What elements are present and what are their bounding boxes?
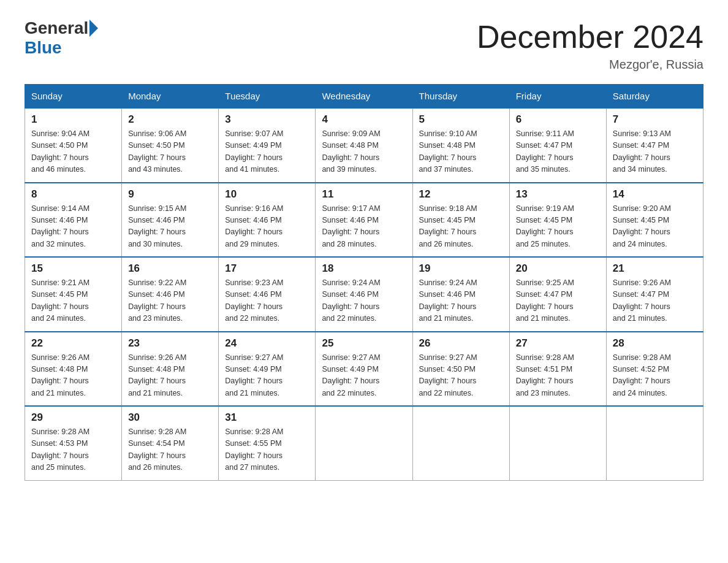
calendar-cell: 20Sunrise: 9:25 AMSunset: 4:47 PMDayligh… [509, 257, 606, 332]
calendar-cell: 31Sunrise: 9:28 AMSunset: 4:55 PMDayligh… [219, 406, 316, 480]
calendar-cell: 7Sunrise: 9:13 AMSunset: 4:47 PMDaylight… [606, 108, 703, 183]
day-info: Sunrise: 9:07 AMSunset: 4:49 PMDaylight:… [225, 128, 309, 176]
calendar-cell: 24Sunrise: 9:27 AMSunset: 4:49 PMDayligh… [219, 332, 316, 407]
day-info: Sunrise: 9:14 AMSunset: 4:46 PMDaylight:… [31, 203, 115, 251]
day-info: Sunrise: 9:16 AMSunset: 4:46 PMDaylight:… [225, 203, 309, 251]
day-number: 6 [516, 113, 600, 126]
day-info: Sunrise: 9:28 AMSunset: 4:53 PMDaylight:… [31, 426, 115, 474]
day-number: 23 [128, 337, 212, 350]
calendar-cell: 1Sunrise: 9:04 AMSunset: 4:50 PMDaylight… [25, 108, 122, 183]
location: Mezgor'e, Russia [477, 58, 703, 72]
day-number: 16 [128, 262, 212, 275]
calendar-cell: 21Sunrise: 9:26 AMSunset: 4:47 PMDayligh… [606, 257, 703, 332]
day-number: 18 [322, 262, 406, 275]
day-number: 8 [31, 188, 115, 201]
calendar-cell: 22Sunrise: 9:26 AMSunset: 4:48 PMDayligh… [25, 332, 122, 407]
calendar-cell: 15Sunrise: 9:21 AMSunset: 4:45 PMDayligh… [25, 257, 122, 332]
month-title: December 2024 [477, 18, 703, 55]
day-number: 29 [31, 412, 115, 424]
day-info: Sunrise: 9:24 AMSunset: 4:46 PMDaylight:… [322, 277, 406, 325]
day-number: 24 [225, 337, 309, 350]
calendar-cell: 11Sunrise: 9:17 AMSunset: 4:46 PMDayligh… [316, 183, 412, 258]
calendar-cell: 2Sunrise: 9:06 AMSunset: 4:50 PMDaylight… [122, 108, 219, 183]
calendar-cell: 18Sunrise: 9:24 AMSunset: 4:46 PMDayligh… [316, 257, 412, 332]
day-number: 4 [322, 113, 406, 126]
calendar-cell: 9Sunrise: 9:15 AMSunset: 4:46 PMDaylight… [122, 183, 219, 258]
calendar-header-wednesday: Wednesday [316, 85, 412, 109]
calendar-week-row: 15Sunrise: 9:21 AMSunset: 4:45 PMDayligh… [25, 257, 703, 332]
day-info: Sunrise: 9:10 AMSunset: 4:48 PMDaylight:… [419, 128, 503, 176]
calendar-cell: 30Sunrise: 9:28 AMSunset: 4:54 PMDayligh… [122, 406, 219, 480]
day-number: 25 [322, 337, 406, 350]
calendar-header-monday: Monday [122, 85, 219, 109]
day-info: Sunrise: 9:11 AMSunset: 4:47 PMDaylight:… [516, 128, 600, 176]
day-number: 14 [613, 188, 697, 201]
day-info: Sunrise: 9:19 AMSunset: 4:45 PMDaylight:… [516, 203, 600, 251]
calendar-cell: 26Sunrise: 9:27 AMSunset: 4:50 PMDayligh… [412, 332, 509, 407]
day-number: 7 [613, 113, 697, 126]
day-number: 27 [516, 337, 600, 350]
calendar-cell: 13Sunrise: 9:19 AMSunset: 4:45 PMDayligh… [509, 183, 606, 258]
day-number: 5 [419, 113, 503, 126]
calendar-cell: 4Sunrise: 9:09 AMSunset: 4:48 PMDaylight… [316, 108, 412, 183]
calendar-table: SundayMondayTuesdayWednesdayThursdayFrid… [25, 84, 703, 481]
calendar-header-tuesday: Tuesday [219, 85, 316, 109]
day-info: Sunrise: 9:25 AMSunset: 4:47 PMDaylight:… [516, 277, 600, 325]
day-number: 21 [613, 262, 697, 275]
logo-blue: Blue [25, 38, 62, 58]
day-info: Sunrise: 9:28 AMSunset: 4:51 PMDaylight:… [516, 352, 600, 400]
day-info: Sunrise: 9:17 AMSunset: 4:46 PMDaylight:… [322, 203, 406, 251]
calendar-cell: 23Sunrise: 9:26 AMSunset: 4:48 PMDayligh… [122, 332, 219, 407]
logo-arrow-icon [89, 20, 98, 37]
calendar-cell [316, 406, 412, 480]
calendar-header-thursday: Thursday [412, 85, 509, 109]
calendar-week-row: 1Sunrise: 9:04 AMSunset: 4:50 PMDaylight… [25, 108, 703, 183]
day-number: 3 [225, 113, 309, 126]
calendar-cell: 12Sunrise: 9:18 AMSunset: 4:45 PMDayligh… [412, 183, 509, 258]
day-number: 2 [128, 113, 212, 126]
calendar-header-row: SundayMondayTuesdayWednesdayThursdayFrid… [25, 85, 703, 109]
day-number: 22 [31, 337, 115, 350]
calendar-header-saturday: Saturday [606, 85, 703, 109]
day-info: Sunrise: 9:28 AMSunset: 4:54 PMDaylight:… [128, 426, 212, 474]
title-area: December 2024 Mezgor'e, Russia [477, 18, 703, 72]
day-number: 19 [419, 262, 503, 275]
calendar-header-friday: Friday [509, 85, 606, 109]
calendar-cell: 19Sunrise: 9:24 AMSunset: 4:46 PMDayligh… [412, 257, 509, 332]
calendar-cell: 17Sunrise: 9:23 AMSunset: 4:46 PMDayligh… [219, 257, 316, 332]
day-info: Sunrise: 9:28 AMSunset: 4:52 PMDaylight:… [613, 352, 697, 400]
day-info: Sunrise: 9:20 AMSunset: 4:45 PMDaylight:… [613, 203, 697, 251]
calendar-cell [606, 406, 703, 480]
day-info: Sunrise: 9:26 AMSunset: 4:47 PMDaylight:… [613, 277, 697, 325]
calendar-cell: 25Sunrise: 9:27 AMSunset: 4:49 PMDayligh… [316, 332, 412, 407]
calendar-cell: 8Sunrise: 9:14 AMSunset: 4:46 PMDaylight… [25, 183, 122, 258]
calendar-cell: 14Sunrise: 9:20 AMSunset: 4:45 PMDayligh… [606, 183, 703, 258]
calendar-cell [412, 406, 509, 480]
day-number: 10 [225, 188, 309, 201]
day-info: Sunrise: 9:24 AMSunset: 4:46 PMDaylight:… [419, 277, 503, 325]
page-header: General Blue December 2024 Mezgor'e, Rus… [25, 18, 703, 72]
day-number: 9 [128, 188, 212, 201]
day-info: Sunrise: 9:18 AMSunset: 4:45 PMDaylight:… [419, 203, 503, 251]
day-info: Sunrise: 9:09 AMSunset: 4:48 PMDaylight:… [322, 128, 406, 176]
day-info: Sunrise: 9:28 AMSunset: 4:55 PMDaylight:… [225, 426, 309, 474]
day-number: 12 [419, 188, 503, 201]
day-info: Sunrise: 9:27 AMSunset: 4:49 PMDaylight:… [322, 352, 406, 400]
logo-general: General [25, 18, 88, 38]
calendar-cell: 16Sunrise: 9:22 AMSunset: 4:46 PMDayligh… [122, 257, 219, 332]
day-info: Sunrise: 9:21 AMSunset: 4:45 PMDaylight:… [31, 277, 115, 325]
calendar-cell [509, 406, 606, 480]
calendar-cell: 29Sunrise: 9:28 AMSunset: 4:53 PMDayligh… [25, 406, 122, 480]
calendar-cell: 6Sunrise: 9:11 AMSunset: 4:47 PMDaylight… [509, 108, 606, 183]
day-number: 31 [225, 412, 309, 424]
day-number: 30 [128, 412, 212, 424]
calendar-cell: 27Sunrise: 9:28 AMSunset: 4:51 PMDayligh… [509, 332, 606, 407]
day-number: 20 [516, 262, 600, 275]
calendar-week-row: 29Sunrise: 9:28 AMSunset: 4:53 PMDayligh… [25, 406, 703, 480]
logo: General Blue [25, 18, 99, 58]
logo-text: General [25, 18, 99, 38]
day-info: Sunrise: 9:06 AMSunset: 4:50 PMDaylight:… [128, 128, 212, 176]
calendar-week-row: 22Sunrise: 9:26 AMSunset: 4:48 PMDayligh… [25, 332, 703, 407]
day-number: 28 [613, 337, 697, 350]
day-number: 17 [225, 262, 309, 275]
